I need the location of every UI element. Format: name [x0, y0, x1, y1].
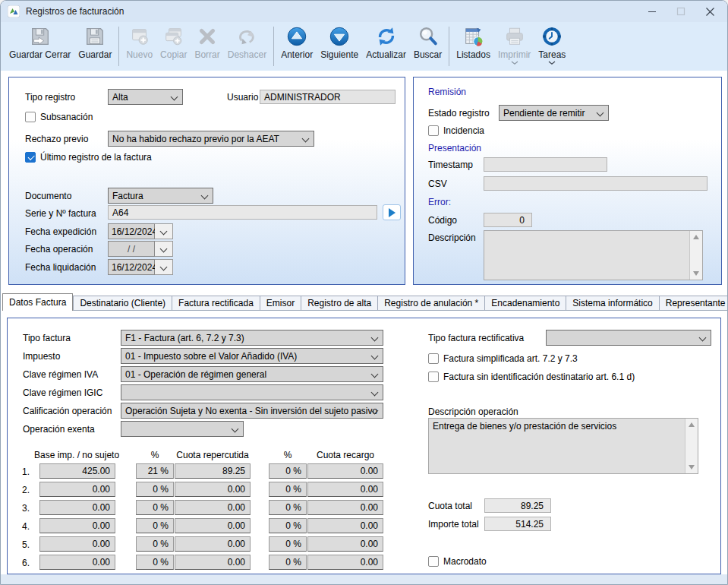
porcentaje-iva-input[interactable]: 21 %: [136, 463, 174, 479]
cuota-total-label: Cuota total: [428, 501, 472, 511]
calendar-dropdown-icon[interactable]: [155, 259, 173, 275]
tab-datos-factura[interactable]: Datos Factura: [2, 293, 73, 311]
cuota-repercutida-input[interactable]: 0.00: [175, 536, 251, 552]
importe-total-label: Importe total: [428, 519, 479, 530]
save-icon: [83, 25, 107, 48]
clave-regimen-igic-select[interactable]: [121, 384, 383, 400]
calendar-dropdown-icon[interactable]: [155, 241, 173, 257]
porcentaje-iva-input[interactable]: 0 %: [136, 500, 174, 515]
porcentaje-recargo-input[interactable]: 0 %: [269, 536, 307, 552]
tipo-rectificativa-select[interactable]: [546, 330, 711, 346]
tab-emisor[interactable]: Emisor: [260, 296, 301, 311]
ultimo-registro-label: Último registro de la factura: [40, 152, 152, 163]
porcentaje-iva-input[interactable]: 0 %: [136, 536, 174, 552]
cuota-recargo-input[interactable]: 0.00: [307, 500, 383, 515]
porcentaje-recargo-input[interactable]: 0 %: [269, 482, 307, 497]
tab-strip: Datos Factura Destinatario (Cliente) Fac…: [2, 293, 728, 311]
calificacion-operacion-select[interactable]: Operación Sujeta y No exenta - Sin inver…: [121, 403, 383, 419]
grid-header-cuota: Cuota repercutida: [175, 450, 251, 460]
documento-select[interactable]: Factura: [108, 188, 213, 204]
tab-representante[interactable]: Representante: [660, 296, 728, 311]
porcentaje-recargo-input[interactable]: 0 %: [269, 518, 307, 533]
fecha-expedicion-picker[interactable]: 16/12/2024: [108, 223, 173, 239]
calendar-dropdown-icon[interactable]: [155, 223, 173, 239]
operacion-exenta-select[interactable]: [121, 421, 244, 437]
toolbar-guardar-button[interactable]: Guardar: [74, 24, 115, 61]
base-imponible-input[interactable]: 0.00: [39, 482, 115, 497]
tab-encadenamiento[interactable]: Encadenamiento: [485, 296, 566, 311]
tipo-rectificativa-label: Tipo factura rectificativa: [428, 333, 524, 343]
cuota-recargo-input[interactable]: 0.00: [307, 463, 383, 479]
toolbar-label: Guardar: [78, 49, 112, 60]
rechazo-previo-select[interactable]: No ha habido rechazo previo por la AEAT: [108, 131, 314, 147]
tab-registro-anulacion[interactable]: Registro de anulación *: [378, 296, 485, 311]
serie-factura-input[interactable]: A64: [108, 205, 377, 220]
fecha-liquidacion-picker[interactable]: 16/12/2024: [108, 259, 173, 275]
toolbar-anterior-button[interactable]: Anterior: [277, 24, 317, 61]
impuesto-select[interactable]: 01 - Impuesto sobre el Valor Añadido (IV…: [121, 348, 383, 364]
cuota-repercutida-input[interactable]: 89.25: [175, 463, 251, 479]
vertical-scrollbar[interactable]: [685, 419, 698, 473]
fecha-expedicion-value: 16/12/2024: [108, 223, 155, 239]
cuota-recargo-input[interactable]: 0.00: [307, 536, 383, 552]
toolbar-tareas-button[interactable]: Tareas: [534, 24, 569, 66]
close-button[interactable]: [695, 1, 724, 22]
operacion-exenta-label: Operación exenta: [23, 424, 95, 435]
vertical-scrollbar[interactable]: [689, 231, 702, 280]
toolbar-siguiente-button[interactable]: Siguiente: [317, 24, 362, 61]
toolbar-listados-button[interactable]: Listados: [452, 24, 494, 61]
porcentaje-iva-input[interactable]: 0 %: [136, 555, 174, 570]
porcentaje-iva-input[interactable]: 0 %: [136, 518, 174, 533]
cuota-recargo-input[interactable]: 0.00: [307, 555, 383, 570]
cuota-repercutida-input[interactable]: 0.00: [175, 555, 251, 570]
base-imponible-input[interactable]: 425.00: [39, 463, 115, 479]
tab-sistema-informatico[interactable]: Sistema informático: [566, 296, 659, 311]
toolbar-buscar-button[interactable]: Buscar: [410, 24, 446, 61]
porcentaje-recargo-input[interactable]: 0 %: [269, 463, 307, 479]
documento-label: Documento: [25, 191, 71, 201]
tab-registro-alta[interactable]: Registro de alta: [301, 296, 378, 311]
descripcion-operacion-textarea[interactable]: Entrega de bienes y/o prestación de serv…: [428, 418, 698, 474]
porcentaje-iva-input[interactable]: 0 %: [136, 482, 174, 497]
window-bottom-edge: [1, 574, 727, 584]
incidencia-checkbox[interactable]: Incidencia: [428, 125, 484, 136]
factura-sin-identificacion-checkbox[interactable]: Factura sin identificación destinatario …: [428, 372, 635, 382]
serie-factura-go-button[interactable]: [383, 204, 401, 220]
base-imponible-input[interactable]: 0.00: [39, 555, 115, 570]
toolbar-label: Actualizar: [366, 49, 406, 60]
minimize-button[interactable]: [638, 1, 667, 22]
cuota-recargo-input[interactable]: 0.00: [307, 518, 383, 533]
ultimo-registro-checkbox[interactable]: Último registro de la factura: [25, 152, 152, 163]
porcentaje-recargo-input[interactable]: 0 %: [269, 555, 307, 570]
tab-factura-rectificada[interactable]: Factura rectificada: [172, 296, 260, 311]
factura-simplificada-checkbox[interactable]: Factura simplificada art. 7.2 y 7.3: [428, 353, 578, 364]
rechazo-previo-label: Rechazo previo: [25, 134, 88, 144]
title-bar: Registros de facturación: [1, 1, 727, 22]
subsanacion-checkbox[interactable]: Subsanación: [25, 112, 93, 122]
clave-regimen-iva-label: Clave régimen IVA: [23, 369, 98, 380]
cuota-repercutida-input[interactable]: 0.00: [175, 518, 251, 533]
cuota-recargo-input[interactable]: 0.00: [307, 482, 383, 497]
documento-value: Factura: [112, 191, 143, 201]
macrodato-checkbox[interactable]: Macrodato: [428, 556, 487, 567]
base-imponible-input[interactable]: 0.00: [39, 518, 115, 533]
toolbar-guardar-cerrar-button[interactable]: Guardar Cerrar: [5, 24, 74, 61]
toolbar-actualizar-button[interactable]: Actualizar: [362, 24, 410, 61]
cuota-repercutida-input[interactable]: 0.00: [175, 500, 251, 515]
clave-regimen-iva-select[interactable]: 01 - Operación de régimen general: [121, 366, 383, 382]
descripcion-error-label: Descripción: [428, 232, 476, 243]
porcentaje-recargo-input[interactable]: 0 %: [269, 500, 307, 515]
next-icon: [327, 25, 351, 48]
tab-destinatario[interactable]: Destinatario (Cliente): [73, 296, 172, 311]
fecha-operacion-picker[interactable]: / /: [108, 241, 173, 257]
tipo-factura-select[interactable]: F1 - Factura (art. 6, 7.2 y 7.3): [121, 330, 383, 346]
incidencia-label: Incidencia: [443, 125, 484, 136]
base-imponible-input[interactable]: 0.00: [39, 500, 115, 515]
tipo-registro-select[interactable]: Alta: [108, 89, 183, 105]
cuota-repercutida-input[interactable]: 0.00: [175, 482, 251, 497]
estado-registro-select[interactable]: Pendiente de remitir: [499, 105, 609, 121]
calificacion-operacion-label: Calificación operación: [23, 406, 112, 416]
tasks-icon: [540, 25, 564, 48]
base-imponible-input[interactable]: 0.00: [39, 536, 115, 552]
toolbar-separator: [118, 27, 119, 66]
